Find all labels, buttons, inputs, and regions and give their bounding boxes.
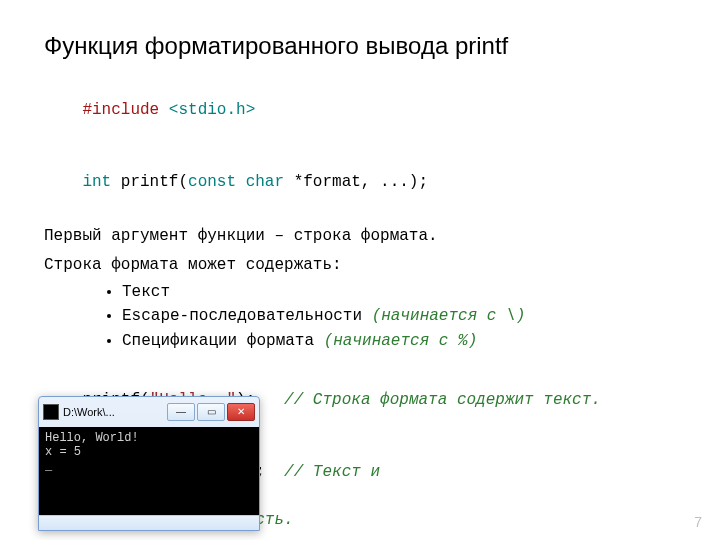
- slide-number: 7: [694, 514, 702, 530]
- prototype-line: int printf(const char *format, ...);: [44, 148, 676, 218]
- page-title: Функция форматированного вывода printf: [44, 32, 676, 60]
- proto-rest: *format, ...);: [284, 173, 428, 191]
- out-line-1: Hello, World!: [45, 431, 139, 445]
- console-output: Hello, World! x = 5 _: [39, 427, 259, 515]
- include-header: <stdio.h>: [159, 101, 255, 119]
- titlebar[interactable]: D:\Work\... — ▭ ✕: [39, 397, 259, 427]
- li2-b: (начинается с \): [372, 307, 526, 325]
- ex2-c1: // Текст и: [284, 463, 380, 481]
- li3-a: Спецификации формата: [122, 332, 324, 350]
- statusbar: [39, 515, 259, 530]
- ex1-c: // Строка формата содержит текст.: [284, 391, 601, 409]
- kw-int: int: [82, 173, 120, 191]
- preprocessor: #include: [82, 101, 159, 119]
- maximize-button[interactable]: ▭: [197, 403, 225, 421]
- console-window[interactable]: D:\Work\... — ▭ ✕ Hello, World! x = 5 _: [38, 396, 260, 531]
- paragraph-2: Строка формата может содержать:: [44, 254, 676, 277]
- proto-call: printf(: [121, 173, 188, 191]
- kw-const-char: const char: [188, 173, 284, 191]
- example-3: // Текст,: [44, 534, 676, 540]
- app-icon: [43, 404, 59, 420]
- close-button[interactable]: ✕: [227, 403, 255, 421]
- minimize-button[interactable]: —: [167, 403, 195, 421]
- paragraph-1: Первый аргумент функции – строка формата…: [44, 225, 676, 248]
- list-item: Спецификации формата (начинается с %): [122, 329, 676, 354]
- li3-b: (начинается с %): [324, 332, 478, 350]
- include-line: #include <stdio.h>: [44, 76, 676, 146]
- list-item: Текст: [122, 280, 676, 305]
- format-contains-list: Текст Escape-последовательности (начинае…: [44, 280, 676, 354]
- li2-a: Escape-последовательности: [122, 307, 372, 325]
- list-item: Escape-последовательности (начинается с …: [122, 304, 676, 329]
- window-title: D:\Work\...: [63, 406, 115, 418]
- out-line-2: x = 5: [45, 445, 81, 459]
